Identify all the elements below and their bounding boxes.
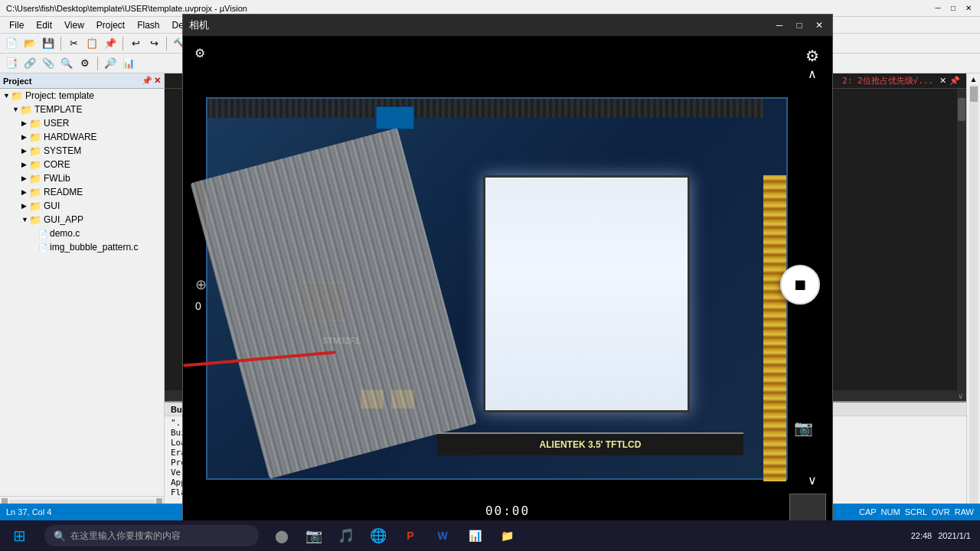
- right-scroll-up[interactable]: ▲: [969, 73, 979, 85]
- tree-core[interactable]: ▶ 📁 CORE: [0, 158, 164, 171]
- project-title: Project: [3, 77, 31, 86]
- project-header: Project 📌 ✕: [0, 73, 164, 89]
- cam-nav-up[interactable]: ∧: [808, 67, 817, 81]
- taskbar-app-icons: ⬤ 📷 🎵 🌐 P W 📊 📁: [265, 522, 524, 549]
- tb2-btn5[interactable]: ⚙: [77, 55, 93, 72]
- hint-pin[interactable]: 📌: [949, 76, 960, 86]
- v-scrollbar-right[interactable]: [957, 89, 966, 390]
- sep6: [97, 57, 98, 70]
- taskbar-camera-app[interactable]: 📷: [300, 522, 328, 549]
- taskbar-powerpoint[interactable]: P: [397, 522, 424, 549]
- tb2-btn6[interactable]: 🔎: [102, 55, 119, 72]
- right-thin-panel: ▲ ▼: [966, 73, 980, 523]
- cam-nav-down[interactable]: ∨: [808, 473, 817, 487]
- cam-timer: 00:00: [485, 504, 530, 518]
- tree-demo-c[interactable]: ▶ 📄 demo.c: [0, 227, 164, 240]
- cut-btn[interactable]: ✂: [65, 35, 82, 52]
- tree-user[interactable]: ▶ 📁 USER: [0, 116, 164, 130]
- tree-hardware[interactable]: ▶ 📁 HARDWARE: [0, 130, 164, 144]
- right-v-scrollbar[interactable]: [969, 85, 978, 512]
- nav-down-icon: ∨: [808, 474, 817, 487]
- tree-template[interactable]: ▼ 📁 TEMPLATE: [0, 103, 164, 116]
- camera-icon: 📷: [305, 527, 322, 544]
- camera-title: 相机: [189, 18, 209, 32]
- taskbar: ⊞ 🔍 在这里输入你要搜索的内容 ⬤ 📷 🎵 🌐 P W 📊 📁: [0, 520, 980, 551]
- cam-record-btn[interactable]: ⏹: [780, 265, 820, 305]
- photo-icon: 📷: [794, 419, 813, 437]
- camera-body: STM32F1 ALIENTEK 3.5' TFTLCD ⚙: [183, 36, 832, 533]
- menu-file[interactable]: File: [3, 17, 30, 33]
- left-panel: Project 📌 ✕ ▼ 📁 Project: template ▼ 📁: [0, 73, 165, 523]
- tree-fwlib[interactable]: ▶ 📁 FWLib: [0, 171, 164, 185]
- tb2-btn1[interactable]: 📑: [3, 55, 20, 72]
- camera-close-btn[interactable]: ✕: [812, 18, 826, 32]
- menu-view[interactable]: View: [58, 17, 90, 33]
- right-scroll-thumb: [970, 86, 978, 102]
- camera-image: STM32F1 ALIENTEK 3.5' TFTLCD ⚙: [183, 36, 832, 533]
- cam-settings-btn[interactable]: ⚙: [189, 42, 211, 64]
- tree-readme[interactable]: ▶ 📁 README: [0, 185, 164, 199]
- maximize-btn[interactable]: □: [948, 3, 959, 14]
- status-position: Ln 37, Col 4: [6, 507, 51, 517]
- open-btn[interactable]: 📂: [21, 35, 38, 52]
- top-connectors: [207, 99, 763, 118]
- tb2-btn2[interactable]: 🔗: [21, 55, 38, 72]
- cam-top-right-btn[interactable]: ⚙: [799, 42, 826, 70]
- tree-gui[interactable]: ▶ 📁 GUI: [0, 199, 164, 213]
- header-close-icon[interactable]: ✕: [154, 76, 161, 86]
- tb2-btn3[interactable]: 📎: [40, 55, 57, 72]
- camera-minimize-btn[interactable]: ─: [773, 18, 786, 32]
- cam-thumbnail[interactable]: [789, 494, 826, 521]
- record-icon: ⏹: [792, 276, 808, 294]
- lcd-label-text: ALIENTEK 3.5' TFTLCD: [540, 439, 642, 450]
- search-bar[interactable]: 🔍 在这里输入你要搜索的内容: [44, 525, 259, 546]
- sep3: [166, 37, 167, 51]
- start-button[interactable]: ⊞: [0, 520, 38, 551]
- copy-btn[interactable]: 📋: [83, 35, 100, 52]
- scrollbar-thumb: [958, 98, 965, 121]
- cam-settings-icon: ⚙: [194, 46, 205, 60]
- nav-up-icon: ∧: [808, 67, 817, 80]
- menu-flash[interactable]: Flash: [131, 17, 165, 33]
- new-btn[interactable]: 📄: [3, 35, 20, 52]
- undo-btn[interactable]: ↩: [127, 35, 144, 52]
- camera-maximize-btn[interactable]: □: [792, 18, 806, 32]
- taskbar-media[interactable]: 🎵: [332, 522, 360, 549]
- scroll-down-arrow[interactable]: ∨: [958, 392, 963, 400]
- tb2-btn4[interactable]: 🔍: [58, 55, 75, 72]
- taskbar-explorer[interactable]: 📁: [493, 522, 521, 549]
- sep2: [122, 37, 123, 51]
- taskbar-excel[interactable]: 📊: [461, 522, 488, 549]
- media-icon: 🎵: [338, 527, 354, 544]
- edge-icon: 🌐: [370, 527, 387, 544]
- cam-photo-btn[interactable]: 📷: [789, 414, 817, 442]
- camera-title-bar: 相机 ─ □ ✕: [183, 15, 832, 36]
- crosshair-icon: ⊕: [195, 277, 207, 292]
- word-icon: W: [437, 530, 447, 542]
- menu-project[interactable]: Project: [90, 17, 131, 33]
- taskbar-edge[interactable]: 🌐: [364, 522, 392, 549]
- tree-gui-app[interactable]: ▼ 📁 GUI_APP: [0, 213, 164, 227]
- taskbar-cortana[interactable]: ⬤: [268, 522, 296, 549]
- pin-icon[interactable]: 📌: [142, 76, 152, 86]
- minimize-btn[interactable]: ─: [933, 3, 943, 14]
- taskbar-word[interactable]: W: [429, 522, 456, 549]
- tree-root[interactable]: ▼ 📁 Project: template: [0, 89, 164, 103]
- status-right: CAP NUM SCRL OVR RAW: [859, 507, 974, 517]
- lcd-label-bar: ALIENTEK 3.5' TFTLCD: [437, 432, 743, 455]
- save-btn[interactable]: 💾: [40, 35, 57, 52]
- menu-edit[interactable]: Edit: [30, 17, 58, 33]
- cam-top-right-icon: ⚙: [805, 47, 819, 65]
- tree-system[interactable]: ▶ 📁 SYSTEM: [0, 144, 164, 158]
- redo-btn[interactable]: ↪: [145, 35, 162, 52]
- sep1: [60, 37, 61, 51]
- tb2-btn7[interactable]: 📊: [120, 55, 137, 72]
- tree-img-bubble[interactable]: ▶ 📄 img_bubble_pattern.c: [0, 240, 164, 254]
- close-btn[interactable]: ✕: [963, 3, 974, 14]
- ppt-icon: P: [407, 530, 413, 542]
- explorer-icon: 📁: [501, 530, 514, 542]
- cam-counter: 0: [195, 300, 201, 312]
- paste-btn[interactable]: 📌: [102, 35, 119, 52]
- taskbar-time: 22:48: [911, 531, 933, 540]
- hint-close[interactable]: ✕: [939, 76, 946, 86]
